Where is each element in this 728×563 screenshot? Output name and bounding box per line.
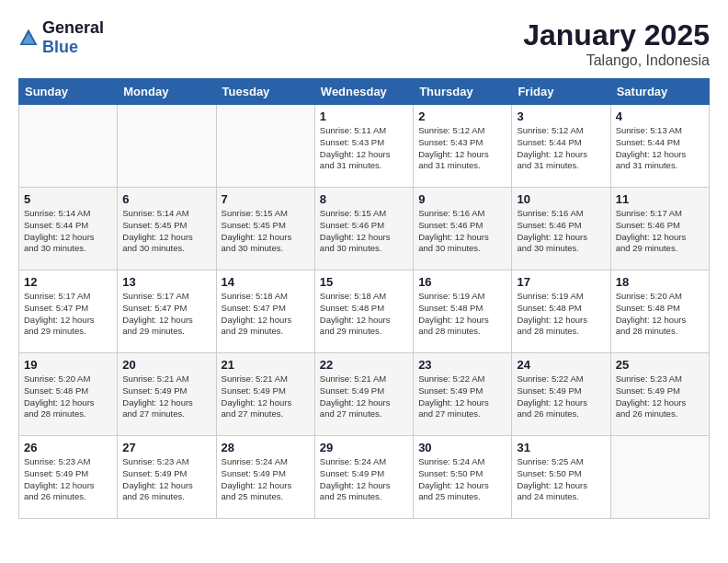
day-info: Sunrise: 5:23 AM Sunset: 5:49 PM Dayligh… [616,373,704,420]
day-number: 19 [24,358,112,372]
day-info: Sunrise: 5:22 AM Sunset: 5:49 PM Dayligh… [517,373,605,420]
weekday-header-thursday: Thursday [414,79,512,105]
day-number: 29 [320,441,408,454]
calendar-subtitle: Talango, Indonesia [523,52,710,69]
day-cell: 5Sunrise: 5:14 AM Sunset: 5:44 PM Daylig… [19,188,118,270]
day-cell: 13Sunrise: 5:17 AM Sunset: 5:47 PM Dayli… [118,270,216,353]
weekday-header-sunday: Sunday [19,79,118,105]
day-number: 21 [222,358,310,372]
day-cell: 4Sunrise: 5:13 AM Sunset: 5:44 PM Daylig… [610,105,709,188]
day-number: 31 [517,441,605,454]
day-cell [610,436,709,519]
day-info: Sunrise: 5:25 AM Sunset: 5:50 PM Dayligh… [517,456,605,503]
day-info: Sunrise: 5:23 AM Sunset: 5:49 PM Dayligh… [122,456,210,503]
day-number: 3 [517,109,605,123]
day-info: Sunrise: 5:24 AM Sunset: 5:50 PM Dayligh… [418,456,506,503]
day-info: Sunrise: 5:21 AM Sunset: 5:49 PM Dayligh… [320,373,408,420]
day-cell: 30Sunrise: 5:24 AM Sunset: 5:50 PM Dayli… [414,436,512,519]
day-cell: 23Sunrise: 5:22 AM Sunset: 5:49 PM Dayli… [414,353,512,436]
week-row-4: 19Sunrise: 5:20 AM Sunset: 5:48 PM Dayli… [19,353,710,436]
day-cell: 12Sunrise: 5:17 AM Sunset: 5:47 PM Dayli… [19,270,118,353]
day-number: 11 [616,192,704,206]
day-info: Sunrise: 5:18 AM Sunset: 5:47 PM Dayligh… [222,291,310,338]
day-info: Sunrise: 5:17 AM Sunset: 5:46 PM Dayligh… [616,208,704,255]
logo-general-text: General [42,18,104,37]
day-number: 16 [418,275,506,289]
day-cell: 14Sunrise: 5:18 AM Sunset: 5:47 PM Dayli… [216,270,314,353]
day-cell: 18Sunrise: 5:20 AM Sunset: 5:48 PM Dayli… [610,270,709,353]
day-info: Sunrise: 5:12 AM Sunset: 5:43 PM Dayligh… [418,125,506,172]
day-number: 30 [418,441,506,454]
day-cell: 2Sunrise: 5:12 AM Sunset: 5:43 PM Daylig… [414,105,512,188]
day-number: 25 [616,358,704,372]
day-number: 20 [122,358,210,372]
day-cell: 10Sunrise: 5:16 AM Sunset: 5:46 PM Dayli… [512,188,610,270]
day-info: Sunrise: 5:11 AM Sunset: 5:43 PM Dayligh… [320,125,408,172]
day-number: 6 [122,192,210,206]
day-cell: 25Sunrise: 5:23 AM Sunset: 5:49 PM Dayli… [610,353,709,436]
day-info: Sunrise: 5:24 AM Sunset: 5:49 PM Dayligh… [320,456,408,503]
day-info: Sunrise: 5:13 AM Sunset: 5:44 PM Dayligh… [616,125,704,172]
day-number: 27 [122,441,210,454]
logo-icon [18,28,39,48]
day-info: Sunrise: 5:12 AM Sunset: 5:44 PM Dayligh… [517,125,605,172]
day-cell: 16Sunrise: 5:19 AM Sunset: 5:48 PM Dayli… [414,270,512,353]
day-info: Sunrise: 5:21 AM Sunset: 5:49 PM Dayligh… [222,373,310,420]
day-info: Sunrise: 5:17 AM Sunset: 5:47 PM Dayligh… [122,291,210,338]
week-row-2: 5Sunrise: 5:14 AM Sunset: 5:44 PM Daylig… [19,188,710,270]
day-number: 4 [616,109,704,123]
day-cell: 19Sunrise: 5:20 AM Sunset: 5:48 PM Dayli… [19,353,118,436]
week-row-5: 26Sunrise: 5:23 AM Sunset: 5:49 PM Dayli… [19,436,710,519]
day-cell: 3Sunrise: 5:12 AM Sunset: 5:44 PM Daylig… [512,105,610,188]
day-info: Sunrise: 5:14 AM Sunset: 5:44 PM Dayligh… [24,208,112,255]
weekday-header-saturday: Saturday [610,79,709,105]
day-info: Sunrise: 5:22 AM Sunset: 5:49 PM Dayligh… [418,373,506,420]
calendar-title: January 2025 [523,18,710,52]
day-cell: 1Sunrise: 5:11 AM Sunset: 5:43 PM Daylig… [314,105,413,188]
day-cell: 6Sunrise: 5:14 AM Sunset: 5:45 PM Daylig… [118,188,216,270]
day-number: 18 [616,275,704,289]
week-row-1: 1Sunrise: 5:11 AM Sunset: 5:43 PM Daylig… [19,105,710,188]
day-number: 14 [222,275,310,289]
day-cell: 15Sunrise: 5:18 AM Sunset: 5:48 PM Dayli… [314,270,413,353]
day-cell: 28Sunrise: 5:24 AM Sunset: 5:49 PM Dayli… [216,436,314,519]
day-number: 9 [418,192,506,206]
day-number: 5 [24,192,112,206]
day-number: 7 [222,192,310,206]
day-cell: 29Sunrise: 5:24 AM Sunset: 5:49 PM Dayli… [314,436,413,519]
day-cell: 17Sunrise: 5:19 AM Sunset: 5:48 PM Dayli… [512,270,610,353]
week-row-3: 12Sunrise: 5:17 AM Sunset: 5:47 PM Dayli… [19,270,710,353]
day-number: 12 [24,275,112,289]
day-number: 17 [517,275,605,289]
day-cell [216,105,314,188]
day-number: 26 [24,441,112,454]
day-info: Sunrise: 5:21 AM Sunset: 5:49 PM Dayligh… [122,373,210,420]
weekday-header-row: SundayMondayTuesdayWednesdayThursdayFrid… [19,79,710,105]
day-info: Sunrise: 5:20 AM Sunset: 5:48 PM Dayligh… [24,373,112,420]
title-block: January 2025 Talango, Indonesia [523,18,710,69]
day-cell [19,105,118,188]
day-cell: 31Sunrise: 5:25 AM Sunset: 5:50 PM Dayli… [512,436,610,519]
day-info: Sunrise: 5:20 AM Sunset: 5:48 PM Dayligh… [616,291,704,338]
day-cell: 24Sunrise: 5:22 AM Sunset: 5:49 PM Dayli… [512,353,610,436]
day-cell: 9Sunrise: 5:16 AM Sunset: 5:46 PM Daylig… [414,188,512,270]
calendar-table: SundayMondayTuesdayWednesdayThursdayFrid… [18,78,710,519]
day-info: Sunrise: 5:15 AM Sunset: 5:46 PM Dayligh… [320,208,408,255]
day-number: 1 [320,109,408,123]
weekday-header-monday: Monday [118,79,216,105]
day-number: 22 [320,358,408,372]
day-number: 15 [320,275,408,289]
weekday-header-tuesday: Tuesday [216,79,314,105]
day-number: 10 [517,192,605,206]
day-info: Sunrise: 5:24 AM Sunset: 5:49 PM Dayligh… [222,456,310,503]
day-number: 23 [418,358,506,372]
logo: General Blue [18,18,104,57]
day-cell: 7Sunrise: 5:15 AM Sunset: 5:45 PM Daylig… [216,188,314,270]
weekday-header-friday: Friday [512,79,610,105]
day-info: Sunrise: 5:16 AM Sunset: 5:46 PM Dayligh… [418,208,506,255]
day-info: Sunrise: 5:19 AM Sunset: 5:48 PM Dayligh… [418,291,506,338]
day-cell: 20Sunrise: 5:21 AM Sunset: 5:49 PM Dayli… [118,353,216,436]
calendar-header: General Blue January 2025 Talango, Indon… [18,18,710,69]
day-cell: 26Sunrise: 5:23 AM Sunset: 5:49 PM Dayli… [19,436,118,519]
day-info: Sunrise: 5:15 AM Sunset: 5:45 PM Dayligh… [222,208,310,255]
